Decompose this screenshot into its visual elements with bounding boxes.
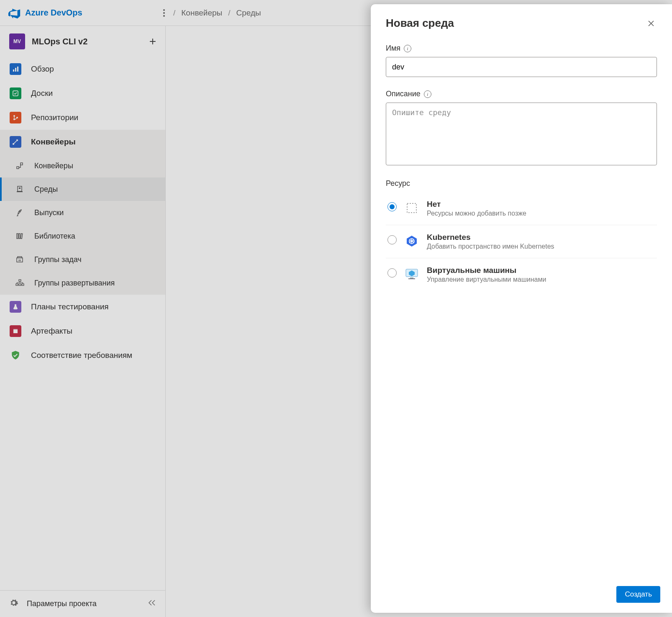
svg-rect-24 <box>22 284 24 285</box>
boards-icon <box>9 87 22 100</box>
sidebar-item-artifacts[interactable]: Артефакты <box>0 319 165 343</box>
svg-point-10 <box>13 143 14 145</box>
project-name: MLOps CLI v2 <box>32 37 143 46</box>
resource-option-vms[interactable]: Виртуальные машины Управление виртуальны… <box>386 258 657 291</box>
close-icon[interactable] <box>645 18 657 29</box>
breadcrumb-pipelines[interactable]: Конвейеры <box>181 8 222 18</box>
sidebar-item-overview[interactable]: Обзор <box>0 57 165 81</box>
svg-rect-14 <box>17 191 23 192</box>
option-desc: Ресурсы можно добавить позже <box>427 210 526 217</box>
pipeline-runs-icon <box>14 160 25 171</box>
svg-rect-21 <box>18 257 22 258</box>
create-button[interactable]: Создать <box>616 586 660 603</box>
svg-rect-11 <box>17 167 19 169</box>
project-badge: MV <box>9 33 25 49</box>
svg-rect-4 <box>15 68 16 72</box>
svg-rect-27 <box>13 329 18 330</box>
svg-point-16 <box>19 211 21 212</box>
option-desc: Добавить пространство имен Kubernetes <box>427 243 554 250</box>
collapse-icon[interactable] <box>148 599 156 608</box>
sidebar-item-label: Обзор <box>31 64 54 74</box>
sidebar-item-label: Доски <box>31 89 53 98</box>
sidebar-item-boards[interactable]: Доски <box>0 81 165 105</box>
sidebar-item-label: Группы задач <box>34 255 82 264</box>
option-title: Kubernetes <box>427 233 554 242</box>
sidebar-item-label: Репозитории <box>31 113 78 122</box>
sidebar: MV MLOps CLI v2 + Обзор Доски Ре <box>0 26 166 617</box>
svg-rect-36 <box>410 278 413 278</box>
svg-point-7 <box>13 115 15 117</box>
sidebar-sub-pipelines[interactable]: Конвейеры <box>0 154 165 177</box>
svg-rect-28 <box>407 203 416 213</box>
test-plans-icon <box>9 301 22 313</box>
sidebar-sub-deployment-groups[interactable]: Группы развертывания <box>0 271 165 295</box>
breadcrumb: / Конвейеры / Среды <box>173 8 261 18</box>
resource-option-none[interactable]: Нет Ресурсы можно добавить позже <box>386 192 657 225</box>
svg-rect-25 <box>19 280 21 281</box>
sidebar-item-label: Конвейеры <box>31 137 76 147</box>
svg-point-2 <box>163 15 165 17</box>
kubernetes-icon <box>404 234 419 249</box>
sidebar-item-test-plans[interactable]: Планы тестирования <box>0 295 165 319</box>
description-label: Описание <box>386 90 421 98</box>
name-label: Имя <box>386 44 400 53</box>
none-icon <box>404 201 419 216</box>
library-icon <box>14 231 25 242</box>
svg-point-8 <box>13 118 15 120</box>
option-title: Виртуальные машины <box>427 266 546 275</box>
svg-rect-12 <box>21 163 23 165</box>
sidebar-item-label: Выпуски <box>34 208 64 217</box>
description-input[interactable] <box>386 103 657 165</box>
sidebar-sub-library[interactable]: Библиотека <box>0 224 165 248</box>
sidebar-sub-releases[interactable]: Выпуски <box>0 201 165 224</box>
sidebar-nav: Обзор Доски Репозитории <box>0 57 165 590</box>
sidebar-item-label: Библиотека <box>34 232 75 241</box>
compliance-icon <box>9 349 22 362</box>
radio-button[interactable] <box>387 202 397 211</box>
resource-label: Ресурс <box>386 179 657 188</box>
svg-rect-15 <box>19 188 21 189</box>
project-row[interactable]: MV MLOps CLI v2 + <box>0 26 165 57</box>
svg-rect-22 <box>16 284 18 285</box>
plus-icon[interactable]: + <box>149 36 156 47</box>
logo-block[interactable]: Azure DevOps <box>8 7 159 19</box>
svg-point-1 <box>163 12 165 14</box>
svg-rect-26 <box>13 330 18 333</box>
new-environment-panel: Новая среда Имя i Описание i Ресурс <box>371 4 672 613</box>
info-icon[interactable]: i <box>404 45 411 52</box>
environments-icon <box>14 184 25 195</box>
panel-title: Новая среда <box>386 17 645 30</box>
sidebar-item-label: Среды <box>34 185 58 194</box>
sidebar-item-label: Конвейеры <box>34 162 73 170</box>
sidebar-item-label: Артефакты <box>31 326 72 336</box>
sidebar-sub-environments[interactable]: Среды <box>0 177 165 201</box>
sidebar-item-pipelines[interactable]: Конвейеры <box>0 130 165 154</box>
project-settings-label: Параметры проекта <box>27 599 97 608</box>
sidebar-item-compliance[interactable]: Соответствие требованиям <box>0 343 165 368</box>
sidebar-item-label: Соответствие требованиям <box>31 351 132 360</box>
pipelines-icon <box>9 136 22 148</box>
header-more-icon[interactable] <box>159 8 169 18</box>
gear-icon <box>9 598 18 609</box>
svg-rect-3 <box>13 69 14 72</box>
releases-icon <box>14 207 25 218</box>
name-input[interactable] <box>386 57 657 77</box>
project-settings[interactable]: Параметры проекта <box>0 590 165 617</box>
info-icon[interactable]: i <box>424 90 431 98</box>
sidebar-item-repos[interactable]: Репозитории <box>0 105 165 130</box>
option-title: Нет <box>427 200 526 209</box>
radio-button[interactable] <box>387 268 397 278</box>
overview-icon <box>9 63 22 75</box>
svg-rect-37 <box>408 278 415 279</box>
sidebar-item-label: Планы тестирования <box>31 302 109 311</box>
resource-option-kubernetes[interactable]: Kubernetes Добавить пространство имен Ku… <box>386 225 657 258</box>
artifacts-icon <box>9 325 22 337</box>
radio-button[interactable] <box>387 235 397 244</box>
azure-devops-logo-icon <box>8 7 21 19</box>
svg-rect-23 <box>19 284 21 285</box>
resource-options: Нет Ресурсы можно добавить позже Kuberne… <box>386 192 657 291</box>
product-name: Azure DevOps <box>25 8 82 18</box>
sidebar-sub-task-groups[interactable]: Группы задач <box>0 248 165 271</box>
task-groups-icon <box>14 254 25 265</box>
breadcrumb-environments[interactable]: Среды <box>236 8 261 18</box>
